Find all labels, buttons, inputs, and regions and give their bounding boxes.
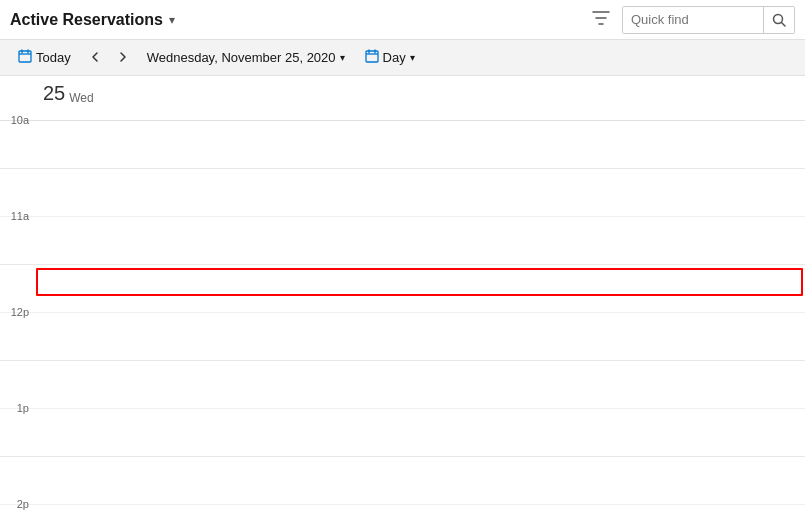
day-number: 25 (43, 82, 65, 105)
date-dropdown-icon: ▾ (340, 52, 345, 63)
date-selector-button[interactable]: Wednesday, November 25, 2020 ▾ (139, 47, 353, 68)
calendar-area: 25 Wed 10a 11a 12p (0, 76, 805, 522)
event-block[interactable] (36, 268, 803, 296)
time-row (0, 169, 805, 217)
calendar-small-icon (18, 49, 32, 66)
time-label-1030 (0, 162, 35, 216)
time-label-130 (0, 450, 35, 504)
time-row (0, 457, 805, 505)
view-cal-icon (365, 49, 379, 66)
time-grid: 10a 11a 12p (0, 121, 805, 522)
time-label-10a: 10a (0, 114, 35, 168)
view-dropdown-icon: ▾ (410, 52, 415, 63)
time-row-11a: 11a (0, 217, 805, 265)
time-label-11a: 11a (0, 210, 35, 264)
view-selector-button[interactable]: Day ▾ (357, 46, 423, 69)
time-label-2p: 2p (0, 498, 35, 522)
header-right (588, 5, 795, 35)
search-icon (772, 13, 786, 27)
header-bar: Active Reservations ▾ (0, 0, 805, 40)
view-label: Day (383, 50, 406, 65)
time-row-2p: 2p (0, 505, 805, 522)
page-title: Active Reservations (10, 11, 163, 29)
header-left: Active Reservations ▾ (10, 11, 175, 29)
time-row-12p: 12p (0, 313, 805, 361)
time-label-1p: 1p (0, 402, 35, 456)
day-header: 25 Wed (0, 76, 805, 121)
toolbar-bar: Today Wednesday, November 25, 2020 ▾ Day… (0, 40, 805, 76)
search-button[interactable] (763, 7, 794, 33)
prev-button[interactable] (83, 46, 107, 70)
time-row: 10a (0, 121, 805, 169)
svg-rect-6 (366, 51, 378, 62)
search-box (622, 6, 795, 34)
time-label-1230 (0, 354, 35, 408)
filter-icon[interactable] (588, 5, 614, 35)
title-dropdown-icon[interactable]: ▾ (169, 13, 175, 27)
time-row-1p: 1p (0, 409, 805, 457)
date-label: Wednesday, November 25, 2020 (147, 50, 336, 65)
time-label-1130 (0, 258, 35, 312)
today-label: Today (36, 50, 71, 65)
time-label-12p: 12p (0, 306, 35, 360)
time-row (0, 361, 805, 409)
next-button[interactable] (111, 46, 135, 70)
today-button[interactable]: Today (10, 46, 79, 69)
svg-rect-2 (19, 51, 31, 62)
search-input[interactable] (623, 7, 763, 33)
svg-line-1 (782, 22, 786, 26)
day-name: Wed (69, 91, 93, 105)
